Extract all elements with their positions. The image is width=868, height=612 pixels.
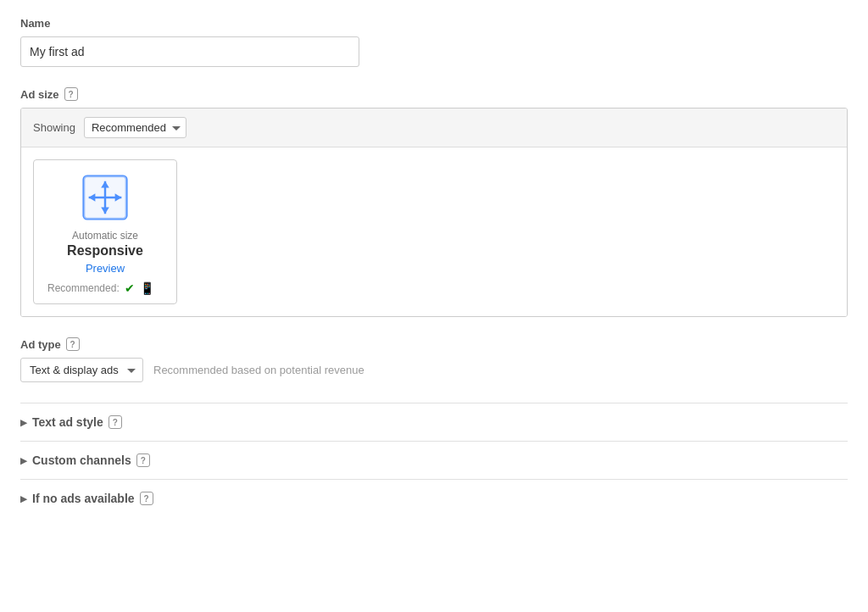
ad-card-responsive: Automatic size Responsive Preview Recomm… [33, 159, 177, 304]
ad-card-footer: Recommended: ✔ 📱 [47, 281, 163, 295]
ad-size-label: Ad size ? [20, 87, 848, 101]
ad-type-label-text: Ad type [20, 338, 61, 351]
custom-channels-arrow: ▶ [20, 456, 27, 465]
responsive-icon [80, 172, 131, 223]
ad-card-title: Responsive [47, 243, 163, 259]
showing-label: Showing [33, 121, 75, 134]
preview-link[interactable]: Preview [47, 262, 163, 275]
ad-type-help-icon[interactable]: ? [66, 337, 80, 351]
ad-type-section: Ad type ? Text & display ads Display ads… [20, 337, 848, 382]
ad-type-label: Ad type ? [20, 337, 848, 351]
if-no-ads-label: If no ads available [32, 492, 135, 505]
text-ad-style-label: Text ad style [32, 415, 103, 429]
phone-icon: 📱 [140, 281, 154, 295]
name-input[interactable] [20, 36, 359, 67]
if-no-ads-section: ▶ If no ads available ? [20, 479, 848, 517]
ad-card-subtitle: Automatic size [47, 230, 163, 242]
ad-size-section: Ad size ? Showing Recommended All sizes [20, 87, 848, 317]
if-no-ads-arrow: ▶ [20, 494, 27, 504]
name-label: Name [20, 17, 848, 30]
ad-size-header: Showing Recommended All sizes [21, 108, 847, 147]
ad-type-hint: Recommended based on potential revenue [153, 364, 364, 376]
name-section: Name [20, 17, 848, 67]
custom-channels-section: ▶ Custom channels ? [20, 441, 848, 479]
custom-channels-label: Custom channels [32, 453, 131, 467]
footer-label: Recommended: [47, 282, 120, 294]
name-label-text: Name [20, 17, 50, 30]
ad-type-row: Text & display ads Display ads only Text… [20, 358, 848, 382]
custom-channels-header[interactable]: ▶ Custom channels ? [20, 453, 848, 467]
ad-size-help-icon[interactable]: ? [64, 87, 78, 101]
ad-type-select[interactable]: Text & display ads Display ads only Text… [20, 358, 143, 382]
text-ad-style-header[interactable]: ▶ Text ad style ? [20, 415, 848, 429]
text-ad-style-arrow: ▶ [20, 418, 27, 427]
if-no-ads-help-icon[interactable]: ? [140, 492, 153, 505]
check-icon: ✔ [125, 281, 135, 295]
showing-select[interactable]: Recommended All sizes [84, 117, 186, 138]
custom-channels-help-icon[interactable]: ? [136, 453, 150, 467]
ad-size-body: Automatic size Responsive Preview Recomm… [21, 147, 847, 316]
ad-size-label-text: Ad size [20, 88, 59, 101]
text-ad-style-help-icon[interactable]: ? [108, 415, 122, 429]
if-no-ads-header[interactable]: ▶ If no ads available ? [20, 492, 848, 505]
ad-size-box: Showing Recommended All sizes [20, 108, 848, 317]
text-ad-style-section: ▶ Text ad style ? [20, 403, 848, 441]
